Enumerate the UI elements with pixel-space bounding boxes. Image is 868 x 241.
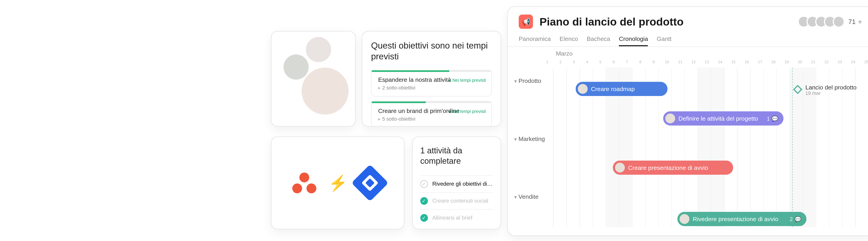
check-circle-icon[interactable]: ✓ bbox=[420, 180, 428, 188]
day-axis: 1234567891011121314151617181920212223242… bbox=[541, 60, 868, 68]
avatar bbox=[665, 114, 675, 124]
goal-subtitle: 5 sotto-obiettivi bbox=[378, 116, 485, 122]
avatar bbox=[680, 214, 689, 224]
timeline-task-bar[interactable]: Rivedere presentazione di avvio 2 💬 bbox=[677, 212, 807, 226]
tab-board[interactable]: Bacheca bbox=[587, 32, 610, 46]
timeline-task-bar[interactable]: Creare roadmap bbox=[576, 82, 668, 96]
check-circle-icon[interactable]: ✓ bbox=[420, 197, 428, 205]
comment-count: 2 💬 bbox=[790, 216, 801, 222]
timeline-task-bar[interactable]: Creare presentazione di avvio bbox=[613, 161, 733, 175]
section-label[interactable]: Prodotto bbox=[514, 77, 541, 84]
status-badge: Nei tempi previsti bbox=[448, 78, 486, 83]
add-member-button[interactable]: + bbox=[858, 18, 862, 26]
task-label: Rivedere gli obiettivi di… bbox=[432, 181, 492, 187]
status-badge: Nei tempi previsti bbox=[448, 109, 486, 114]
avatar bbox=[833, 15, 845, 28]
task-bar-label: Creare presentazione di avvio bbox=[628, 165, 708, 171]
tasks-card: 1 attività da completare ✓ Rivedere gli … bbox=[412, 136, 501, 229]
project-icon: 📢 bbox=[519, 15, 533, 29]
bolt-icon: ⚡ bbox=[329, 174, 345, 192]
section-label[interactable]: Vendite bbox=[514, 193, 538, 200]
diamond-icon bbox=[793, 85, 802, 94]
team-avatars-card bbox=[271, 31, 356, 127]
avatar bbox=[283, 55, 309, 79]
comment-count: 1 💬 bbox=[767, 115, 778, 122]
goal-item[interactable]: Creare un brand di prim'ordine Nei tempi… bbox=[371, 101, 492, 127]
jira-logo-icon bbox=[357, 170, 383, 196]
member-count: 71 bbox=[848, 18, 856, 26]
tab-overview[interactable]: Panoramica bbox=[519, 32, 551, 46]
milestone-title: Lancio del prodotto bbox=[805, 84, 857, 91]
project-title: Piano di lancio del prodotto bbox=[539, 15, 684, 28]
tab-list[interactable]: Elenco bbox=[560, 32, 578, 46]
tab-gantt[interactable]: Gantt bbox=[657, 32, 672, 46]
task-label: Allinearsi al brief bbox=[432, 214, 472, 221]
milestone-date: 19 mar bbox=[805, 91, 857, 96]
task-row[interactable]: ✓ Creare contenuti social bbox=[420, 192, 493, 209]
timeline-area[interactable]: Marzo 1234567891011121314151617181920212… bbox=[508, 47, 868, 227]
tasks-heading: 1 attività da completare bbox=[420, 146, 493, 166]
goals-card: Questi obiettivi sono nei tempi previsti… bbox=[362, 31, 501, 127]
goals-heading: Questi obiettivi sono nei tempi previsti bbox=[371, 40, 492, 62]
task-bar-label: Rivedere presentazione di avvio bbox=[692, 216, 778, 222]
integration-logos-card: ⚡ bbox=[271, 136, 404, 229]
avatar bbox=[615, 163, 625, 173]
task-bar-label: Definire le attività del progetto bbox=[678, 115, 758, 122]
task-label: Creare contenuti social bbox=[432, 198, 488, 204]
month-label: Marzo bbox=[556, 50, 572, 57]
timeline-task-bar[interactable]: Definire le attività del progetto 1 💬 bbox=[663, 111, 783, 126]
project-tabs: Panoramica Elenco Bacheca Cronologia Gan… bbox=[508, 32, 868, 47]
avatar bbox=[302, 68, 348, 114]
task-row[interactable]: ✓ Rivedere gli obiettivi di… bbox=[420, 175, 493, 192]
project-timeline-window: 📢 Piano di lancio del prodotto 71 + Pano… bbox=[507, 6, 868, 236]
section-label[interactable]: Marketing bbox=[514, 135, 545, 142]
member-avatars[interactable]: 71 + bbox=[801, 15, 862, 28]
tab-timeline[interactable]: Cronologia bbox=[619, 32, 648, 46]
avatar bbox=[578, 84, 588, 94]
task-bar-label: Creare roadmap bbox=[591, 85, 635, 92]
goal-item[interactable]: Espandere la nostra attività Nei tempi p… bbox=[371, 70, 492, 97]
asana-logo-icon bbox=[292, 173, 316, 193]
check-circle-icon[interactable]: ✓ bbox=[420, 214, 428, 221]
task-row[interactable]: ✓ Allinearsi al brief bbox=[420, 209, 493, 226]
avatar bbox=[306, 37, 331, 62]
goal-subtitle: 2 sotto-obiettivi bbox=[378, 85, 485, 91]
milestone[interactable]: Lancio del prodotto 19 mar bbox=[795, 84, 857, 96]
